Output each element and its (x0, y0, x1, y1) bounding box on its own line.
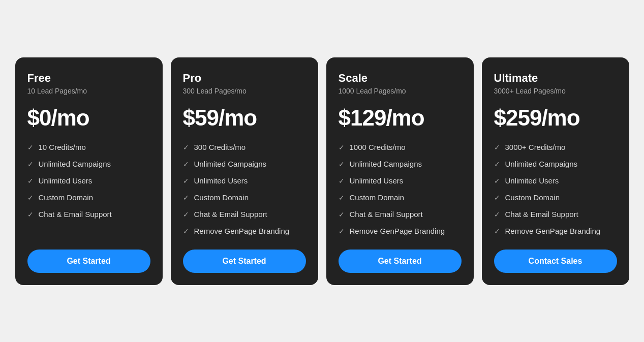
feature-text: Chat & Email Support (505, 210, 578, 219)
feature-text: Unlimited Users (505, 176, 559, 185)
list-item: ✓Remove GenPage Branding (183, 227, 306, 235)
plan-name: Scale (339, 72, 462, 85)
feature-text: 10 Credits/mo (39, 143, 86, 151)
feature-text: Remove GenPage Branding (505, 227, 601, 235)
feature-text: Custom Domain (350, 193, 405, 202)
list-item: ✓300 Credits/mo (183, 143, 306, 151)
check-icon: ✓ (339, 210, 345, 219)
plan-subtitle: 1000 Lead Pages/mo (339, 87, 462, 95)
feature-text: 300 Credits/mo (194, 143, 246, 151)
feature-text: Custom Domain (505, 193, 560, 202)
feature-text: Remove GenPage Branding (194, 227, 290, 235)
check-icon: ✓ (494, 160, 500, 168)
list-item: ✓Chat & Email Support (494, 210, 617, 219)
check-icon: ✓ (494, 210, 500, 219)
list-item: ✓Chat & Email Support (27, 210, 150, 219)
plan-price: $259/mo (494, 105, 617, 131)
list-item: ✓Unlimited Campaigns (183, 160, 306, 168)
feature-text: Unlimited Campaigns (350, 160, 422, 168)
check-icon: ✓ (183, 143, 189, 151)
list-item: ✓Unlimited Users (494, 176, 617, 185)
list-item: ✓Unlimited Users (183, 176, 306, 185)
check-icon: ✓ (27, 194, 34, 202)
list-item: ✓Remove GenPage Branding (339, 227, 462, 235)
feature-text: Chat & Email Support (39, 210, 112, 219)
check-icon: ✓ (183, 227, 189, 235)
plan-subtitle: 10 Lead Pages/mo (27, 87, 150, 95)
plan-price: $129/mo (339, 105, 462, 131)
plan-card-ultimate: Ultimate3000+ Lead Pages/mo$259/mo✓3000+… (482, 57, 629, 285)
list-item: ✓Custom Domain (27, 193, 150, 202)
plan-card-free: Free10 Lead Pages/mo$0/mo✓10 Credits/mo✓… (15, 57, 163, 285)
list-item: ✓Chat & Email Support (183, 210, 306, 219)
list-item: ✓Unlimited Campaigns (339, 160, 462, 168)
feature-text: Unlimited Campaigns (194, 160, 267, 168)
features-list: ✓3000+ Credits/mo✓Unlimited Campaigns✓Un… (494, 143, 617, 235)
list-item: ✓3000+ Credits/mo (494, 143, 617, 151)
feature-text: 3000+ Credits/mo (505, 143, 566, 151)
list-item: ✓Unlimited Campaigns (494, 160, 617, 168)
plan-price: $59/mo (183, 105, 306, 131)
list-item: ✓Unlimited Campaigns (27, 160, 150, 168)
plan-name: Free (27, 72, 150, 85)
list-item: ✓Remove GenPage Branding (494, 227, 617, 235)
feature-text: Unlimited Campaigns (39, 160, 111, 168)
feature-text: Unlimited Campaigns (505, 160, 578, 168)
feature-text: Chat & Email Support (350, 210, 423, 219)
list-item: ✓Custom Domain (339, 193, 462, 202)
check-icon: ✓ (27, 160, 34, 168)
cta-button-free[interactable]: Get Started (27, 250, 150, 273)
check-icon: ✓ (183, 210, 189, 219)
check-icon: ✓ (339, 177, 345, 185)
check-icon: ✓ (494, 227, 500, 235)
feature-text: Unlimited Users (350, 176, 404, 185)
check-icon: ✓ (27, 177, 34, 185)
check-icon: ✓ (183, 177, 189, 185)
feature-text: Chat & Email Support (194, 210, 267, 219)
check-icon: ✓ (494, 177, 500, 185)
check-icon: ✓ (494, 194, 500, 202)
list-item: ✓Custom Domain (494, 193, 617, 202)
check-icon: ✓ (339, 194, 345, 202)
plan-subtitle: 300 Lead Pages/mo (183, 87, 306, 95)
check-icon: ✓ (339, 160, 345, 168)
plan-name: Ultimate (494, 72, 617, 85)
check-icon: ✓ (27, 143, 34, 151)
check-icon: ✓ (27, 210, 34, 219)
cta-button-pro[interactable]: Get Started (183, 250, 306, 273)
list-item: ✓Unlimited Users (339, 176, 462, 185)
pricing-container: Free10 Lead Pages/mo$0/mo✓10 Credits/mo✓… (0, 42, 644, 300)
feature-text: Remove GenPage Branding (350, 227, 445, 235)
feature-text: Custom Domain (39, 193, 94, 202)
feature-text: 1000 Credits/mo (350, 143, 406, 151)
check-icon: ✓ (339, 143, 345, 151)
check-icon: ✓ (339, 227, 345, 235)
cta-button-ultimate[interactable]: Contact Sales (494, 250, 617, 273)
features-list: ✓1000 Credits/mo✓Unlimited Campaigns✓Unl… (339, 143, 462, 235)
list-item: ✓Custom Domain (183, 193, 306, 202)
plan-card-pro: Pro300 Lead Pages/mo$59/mo✓300 Credits/m… (171, 57, 318, 285)
plan-price: $0/mo (27, 105, 150, 131)
plan-subtitle: 3000+ Lead Pages/mo (494, 87, 617, 95)
list-item: ✓1000 Credits/mo (339, 143, 462, 151)
feature-text: Unlimited Users (39, 176, 93, 185)
feature-text: Unlimited Users (194, 176, 248, 185)
check-icon: ✓ (494, 143, 500, 151)
features-list: ✓300 Credits/mo✓Unlimited Campaigns✓Unli… (183, 143, 306, 235)
list-item: ✓10 Credits/mo (27, 143, 150, 151)
list-item: ✓Unlimited Users (27, 176, 150, 185)
plan-card-scale: Scale1000 Lead Pages/mo$129/mo✓1000 Cred… (326, 57, 474, 285)
cta-button-scale[interactable]: Get Started (339, 250, 462, 273)
feature-text: Custom Domain (194, 193, 249, 202)
plan-name: Pro (183, 72, 306, 85)
check-icon: ✓ (183, 160, 189, 168)
check-icon: ✓ (183, 194, 189, 202)
features-list: ✓10 Credits/mo✓Unlimited Campaigns✓Unlim… (27, 143, 150, 235)
list-item: ✓Chat & Email Support (339, 210, 462, 219)
